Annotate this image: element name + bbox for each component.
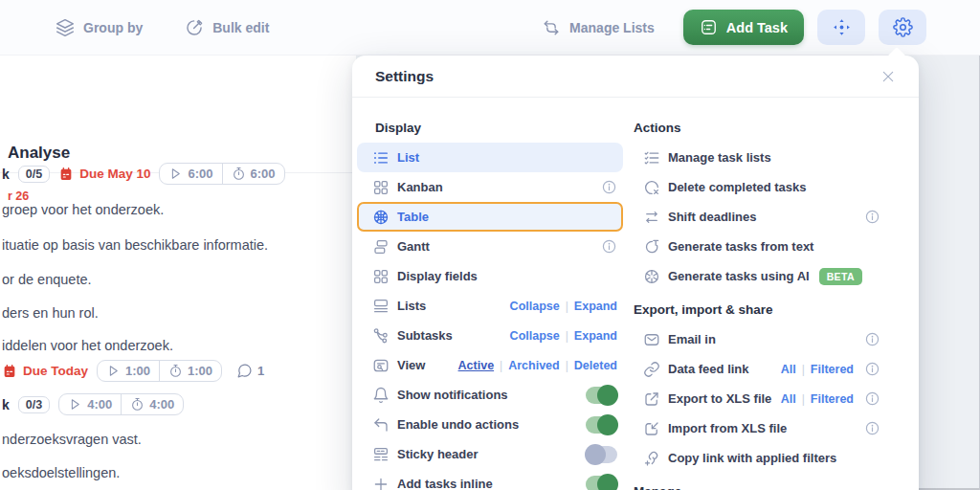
display-option-display-fields-label: Display fields [397, 269, 478, 283]
display-option-show-notifications-label: Show notifications [397, 388, 508, 402]
time-spent-cell[interactable]: 1:00 [98, 361, 159, 381]
toggle-enable-undo-actions[interactable] [586, 416, 617, 434]
action-export-to-xls-file[interactable]: Export to XLS fileAll|Filtered [634, 384, 886, 413]
display-option-sticky-header[interactable]: Sticky header [357, 439, 623, 469]
info-icon[interactable] [601, 238, 617, 255]
due-date-badge[interactable]: Due May 10 [58, 167, 150, 182]
table-icon [372, 209, 390, 226]
toggle-show-notifications[interactable] [586, 387, 617, 404]
info-icon[interactable] [864, 209, 880, 225]
action-copy-link-with-applied-filters[interactable]: Copy link with applied filters [634, 443, 886, 473]
display-option-lists[interactable]: ListsCollapse|Expand [357, 291, 623, 321]
inline-links: Collapse|Expand [510, 329, 617, 343]
link-deleted[interactable]: Deleted [574, 359, 617, 372]
close-icon[interactable] [880, 69, 896, 84]
display-option-list[interactable]: List [357, 143, 623, 172]
toggle-sticky-header[interactable] [586, 446, 617, 463]
modal-header: Settings [352, 56, 919, 98]
bulk-edit-button[interactable]: Bulk edit [185, 18, 269, 37]
comment-bubble-icon [236, 363, 253, 379]
group-by-button[interactable]: Group by [56, 18, 143, 37]
display-option-view-label: View [397, 358, 425, 372]
action-generate-tasks-using-ai[interactable]: Generate tasks using AIBETA [634, 261, 886, 291]
layers-icon [56, 18, 75, 37]
add-task-button[interactable]: Add Task [683, 10, 804, 45]
link-collapse[interactable]: Collapse [510, 300, 560, 313]
manage-lists-button[interactable]: Manage Lists [542, 18, 655, 37]
link-archived[interactable]: Archived [508, 359, 560, 372]
stopwatch-icon [130, 397, 145, 412]
link-separator: | [802, 392, 805, 406]
action-generate-tasks-from-text[interactable]: Generate tasks from text [634, 232, 886, 261]
info-icon[interactable] [864, 420, 880, 436]
info-icon[interactable] [601, 179, 617, 195]
link-filtered[interactable]: Filtered [811, 363, 854, 376]
action-import-from-xls-file[interactable]: Import from XLS file [634, 413, 886, 443]
task-text: iddelen voor het onderzoek. [2, 338, 173, 353]
page-title: Analyse [8, 144, 70, 163]
action-manage-task-lists[interactable]: Manage task lists [634, 143, 886, 172]
generate-tasks-text-icon [643, 238, 660, 256]
subtask-count-badge[interactable]: 0/3 [18, 396, 50, 413]
gear-icon [893, 17, 913, 37]
comments-badge[interactable]: 1 [236, 363, 264, 379]
action-email-in[interactable]: Email in [634, 324, 886, 354]
move-icon [832, 17, 852, 37]
inline-links: All|Filtered [781, 392, 854, 406]
display-option-view[interactable]: ViewActive|Archived|Deleted [357, 350, 623, 380]
display-fields-icon [372, 268, 390, 285]
play-icon [106, 364, 121, 378]
bulk-edit-label: Bulk edit [212, 20, 269, 35]
toggle-add-tasks-inline[interactable] [586, 476, 617, 490]
time-spent-cell[interactable]: 6:00 [160, 164, 221, 184]
display-option-gantt-label: Gantt [397, 239, 430, 254]
display-option-display-fields[interactable]: Display fields [357, 261, 623, 291]
task-text: groep voor het onderzoek. [2, 202, 164, 217]
task-text: or de enquete. [2, 272, 92, 287]
info-icon[interactable] [864, 361, 880, 377]
link-active[interactable]: Active [458, 359, 495, 372]
manage-task-lists-icon [643, 149, 660, 167]
display-option-lists-label: Lists [397, 299, 426, 313]
beta-badge: BETA [819, 268, 862, 285]
subtask-count-badge[interactable]: 0/5 [18, 166, 50, 183]
display-option-gantt[interactable]: Gantt [357, 232, 623, 261]
display-option-enable-undo-actions[interactable]: Enable undo actions [357, 410, 623, 439]
display-option-add-tasks-inline[interactable]: Add tasks inline [357, 469, 623, 490]
info-icon[interactable] [864, 331, 880, 347]
time-spent-cell[interactable]: 4:00 [59, 394, 121, 414]
action-data-feed-link[interactable]: Data feed linkAll|Filtered [634, 354, 886, 384]
calendar-icon [58, 167, 74, 182]
due-date-badge[interactable]: Due Today [2, 364, 88, 379]
display-option-table[interactable]: Table [357, 202, 623, 232]
link-all[interactable]: All [781, 363, 796, 376]
display-option-list-label: List [397, 150, 419, 165]
time-estimate-cell[interactable]: 4:00 [121, 394, 183, 414]
email-icon [643, 331, 660, 348]
link-expand[interactable]: Expand [574, 300, 617, 313]
kanban-icon [372, 179, 390, 196]
subtasks-icon [372, 327, 390, 345]
action-shift-deadlines[interactable]: Shift deadlines [634, 202, 886, 232]
stopwatch-icon [168, 364, 183, 378]
info-icon[interactable] [864, 390, 880, 407]
link-collapse[interactable]: Collapse [510, 329, 560, 343]
move-view-button[interactable] [817, 10, 865, 45]
settings-modal: Settings Display ListKanbanTableGanttDis… [352, 56, 919, 490]
sticky-header-icon [372, 446, 390, 463]
link-expand[interactable]: Expand [574, 329, 617, 343]
link-filtered[interactable]: Filtered [811, 392, 854, 406]
time-tracking-badge[interactable]: 6:00 6:00 [159, 163, 284, 185]
link-all[interactable]: All [781, 392, 796, 406]
action-delete-completed-tasks[interactable]: Delete completed tasks [634, 172, 886, 202]
section-heading-display: Display [375, 121, 623, 135]
time-tracking-badge[interactable]: 4:00 4:00 [58, 393, 184, 415]
display-option-kanban[interactable]: Kanban [357, 172, 623, 202]
display-option-subtasks[interactable]: SubtasksCollapse|Expand [357, 321, 623, 350]
time-estimate-cell[interactable]: 6:00 [222, 164, 284, 184]
display-option-show-notifications[interactable]: Show notifications [357, 380, 623, 410]
settings-button[interactable] [879, 10, 926, 45]
time-estimate-cell[interactable]: 1:00 [159, 361, 221, 381]
action-generate-tasks-from-text-label: Generate tasks from text [668, 239, 813, 254]
time-tracking-badge[interactable]: 1:00 1:00 [97, 360, 222, 382]
